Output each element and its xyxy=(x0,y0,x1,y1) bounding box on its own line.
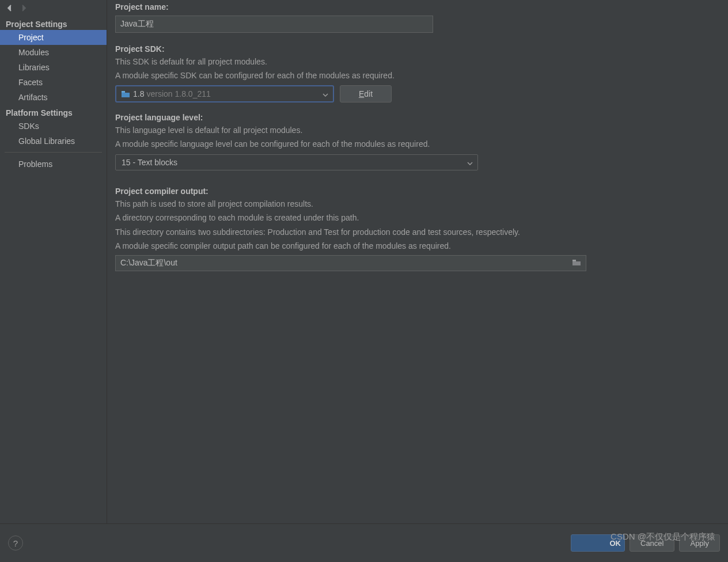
help-button[interactable]: ? xyxy=(8,536,23,550)
back-icon[interactable] xyxy=(6,4,14,14)
browse-folder-icon[interactable] xyxy=(572,259,581,268)
project-sdk-dropdown[interactable]: 1.8 version 1.8.0_211 xyxy=(115,85,334,102)
project-language-level-label: Project language level: xyxy=(115,113,711,122)
project-output-desc2: A directory corresponding to each module… xyxy=(115,212,711,223)
project-name-input[interactable] xyxy=(115,16,433,33)
project-language-desc2: A module specific language level can be … xyxy=(115,138,711,150)
sidebar-section-platform-settings: Platform Settings xyxy=(0,105,107,119)
footer: ? OK Cancel Apply xyxy=(0,523,728,562)
sdk-version-main: 1.8 xyxy=(133,89,144,98)
sidebar-item-project[interactable]: Project xyxy=(0,30,107,45)
chevron-down-icon xyxy=(323,89,328,98)
project-sdk-desc2: A module specific SDK can be configured … xyxy=(115,70,711,81)
help-icon: ? xyxy=(13,538,18,548)
svg-rect-1 xyxy=(572,260,576,261)
project-output-label: Project compiler output: xyxy=(115,187,711,196)
sdk-folder-icon xyxy=(121,90,130,98)
sidebar-item-artifacts[interactable]: Artifacts xyxy=(0,90,107,105)
sidebar-item-global-libraries[interactable]: Global Libraries xyxy=(0,134,107,149)
edit-rest: dit xyxy=(364,89,373,98)
sidebar-section-project-settings: Project Settings xyxy=(0,16,107,30)
language-level-dropdown[interactable]: 15 - Text blocks xyxy=(115,154,478,170)
sidebar-item-problems[interactable]: Problems xyxy=(0,156,107,172)
project-output-desc1: This path is used to store all project c… xyxy=(115,198,711,210)
main-panel: Project name: Project SDK: This SDK is d… xyxy=(107,0,728,523)
sidebar-separator xyxy=(5,152,102,153)
compiler-output-value: C:\Java工程\out xyxy=(120,258,177,268)
nav-history xyxy=(0,0,107,16)
compiler-output-input[interactable]: C:\Java工程\out xyxy=(115,255,586,271)
sidebar: Project Settings Project Modules Librari… xyxy=(0,0,107,523)
sidebar-item-sdks[interactable]: SDKs xyxy=(0,119,107,134)
chevron-down-icon xyxy=(467,158,473,167)
project-sdk-desc1: This SDK is default for all project modu… xyxy=(115,56,711,67)
project-output-desc4: A module specific compiler output path c… xyxy=(115,240,711,252)
ok-button[interactable]: OK xyxy=(571,534,625,552)
svg-rect-0 xyxy=(122,91,125,93)
apply-button[interactable]: Apply xyxy=(679,534,720,552)
edit-sdk-button[interactable]: Edit xyxy=(340,85,392,102)
sdk-version-detail: version 1.8.0_211 xyxy=(146,89,210,98)
language-level-value: 15 - Text blocks xyxy=(122,158,177,167)
sidebar-item-facets[interactable]: Facets xyxy=(0,75,107,90)
project-name-label: Project name: xyxy=(115,2,711,12)
project-output-desc3: This directory contains two subdirectori… xyxy=(115,226,711,238)
sidebar-item-libraries[interactable]: Libraries xyxy=(0,60,107,75)
project-sdk-label: Project SDK: xyxy=(115,44,711,54)
edit-mnemonic: E xyxy=(359,89,364,98)
cancel-button[interactable]: Cancel xyxy=(630,534,674,552)
forward-icon xyxy=(20,4,28,14)
sidebar-item-modules[interactable]: Modules xyxy=(0,45,107,60)
project-language-desc1: This language level is default for all p… xyxy=(115,124,711,136)
